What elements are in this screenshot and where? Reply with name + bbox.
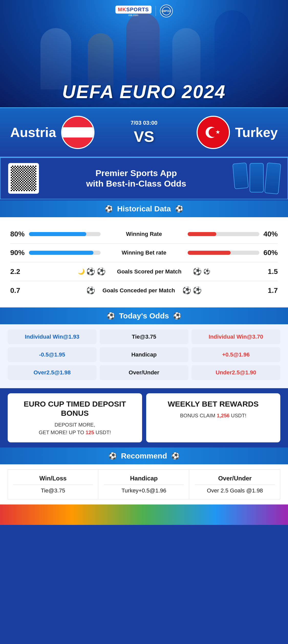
stat-row-winning-bet: 90% Winning Bet rate 60% xyxy=(10,244,278,262)
odds-row-1: Individual Win@1.93 Tie@3.75 Individual … xyxy=(8,329,280,344)
rec-cell-overunder: Over/Under Over 2.5 Goals @1.98 xyxy=(190,470,280,499)
rec-value-overunder: Over 2.5 Goals @1.98 xyxy=(195,487,275,494)
rec-cell-winloss: Win/Loss Tie@3.75 xyxy=(8,470,98,499)
phone-mock-3 xyxy=(264,163,281,194)
stat-row-goals-scored: 2.2 🌙 ⚽ ⚽ Goals Scored per Match ⚽ ⚽ 1.5 xyxy=(10,262,278,281)
stat-left-goals-scored: 2.2 xyxy=(10,268,31,276)
progress-bg-left-wb xyxy=(29,251,101,255)
rec-header-overunder: Over/Under xyxy=(195,475,275,485)
stat-row-winning-rate: 80% Winning Rate 40% xyxy=(10,225,278,244)
stat-left-winning-bet: 90% xyxy=(10,249,29,257)
mk-logo: MKSPORTS xyxy=(115,6,151,14)
team-left: Austria xyxy=(10,116,125,149)
phone-mock-1 xyxy=(232,163,249,189)
conceded-ball-icon-3: ⚽ xyxy=(193,286,202,295)
svg-text:★: ★ xyxy=(215,129,220,135)
stat-label-winning-rate: Winning Rate xyxy=(106,231,183,237)
odds-header: ⚽ Today's Odds ⚽ xyxy=(0,307,288,324)
progress-fill-right-wr xyxy=(188,232,216,236)
promo-title-line1: Premier Sports App xyxy=(95,168,177,178)
austria-flag-stripes xyxy=(62,117,93,148)
stat-right-winning-rate: 40% xyxy=(259,230,278,238)
odds-handicap-label: Handicap xyxy=(100,347,188,362)
svg-text:EMPOLI: EMPOLI xyxy=(162,10,171,13)
qr-code xyxy=(8,163,39,194)
half-ball-icon: ⚽ xyxy=(203,268,210,275)
bottom-banner xyxy=(0,504,288,525)
odds-soccer-icon-right: ⚽ xyxy=(173,312,181,320)
stat-bar-winning-bet: Winning Bet rate xyxy=(29,249,259,256)
match-date: 7/03 03:00 xyxy=(131,120,157,126)
progress-bg-right-wr xyxy=(188,232,259,236)
stat-right-winning-bet: 60% xyxy=(259,249,278,257)
ball-icon-3: ⚽ xyxy=(193,267,202,276)
euro-title: UEFA EURO 2024 xyxy=(62,81,226,102)
player-2 xyxy=(81,18,120,89)
rec-value-winloss: Tie@3.75 xyxy=(13,487,93,494)
match-section: Austria 7/03 03:00 VS ★ xyxy=(0,107,288,157)
odds-tie[interactable]: Tie@3.75 xyxy=(100,329,188,344)
bonus-weekly-desc: BONUS CLAIM 1,256 USDT! xyxy=(151,412,275,419)
app-promo: Premier Sports App with Best-in-Class Od… xyxy=(0,157,288,199)
bonus-deposit-highlight: 125 xyxy=(86,430,94,435)
phone-mock-2 xyxy=(250,163,264,192)
bonus-card-deposit[interactable]: EURO CUP TIMED DEPOSIT BONUS DEPOSIT MOR… xyxy=(8,393,142,442)
promo-title: Premier Sports App with Best-in-Class Od… xyxy=(44,168,228,189)
bonus-weekly-title: WEEKLY BET REWARDS xyxy=(151,399,275,409)
odds-over-under-left[interactable]: Over2.5@1.98 xyxy=(8,365,97,380)
stat-right-goals-scored: 1.5 xyxy=(257,268,278,276)
progress-bg-left-wr xyxy=(29,232,101,236)
team-left-name: Austria xyxy=(10,125,56,140)
stat-label-goals-scored: Goals Scored per Match xyxy=(111,268,188,275)
player-5 xyxy=(207,3,258,89)
odds-individual-win-left[interactable]: Individual Win@1.93 xyxy=(8,329,97,344)
stat-left-winning-rate: 80% xyxy=(10,230,29,238)
odds-soccer-icon-left: ⚽ xyxy=(107,312,115,320)
conceded-ball-icon-2: ⚽ xyxy=(182,286,191,295)
stat-left-goals-conceded: 0.7 xyxy=(10,286,31,295)
conceded-ball-icon-1: ⚽ xyxy=(86,286,95,295)
goals-conceded-icons-right: ⚽ ⚽ xyxy=(182,286,202,295)
promo-text: Premier Sports App with Best-in-Class Od… xyxy=(44,168,228,189)
bonus-section: EURO CUP TIMED DEPOSIT BONUS DEPOSIT MOR… xyxy=(0,388,288,447)
logo-divider xyxy=(156,6,156,16)
historical-title: Historical Data xyxy=(117,204,171,213)
header-banner: MKSPORTS mk.com EMPOLI xyxy=(0,0,288,107)
odds-over-under-right[interactable]: Under2.5@1.90 xyxy=(191,365,280,380)
turkey-flag: ★ xyxy=(197,116,230,149)
odds-section: Individual Win@1.93 Tie@3.75 Individual … xyxy=(0,324,288,388)
recommend-grid: Win/Loss Tie@3.75 Handicap Turkey+0.5@1.… xyxy=(8,469,280,499)
team-right-name: Turkey xyxy=(235,125,278,140)
progress-fill-left-wr xyxy=(29,232,86,236)
rec-soccer-icon-right: ⚽ xyxy=(171,452,179,460)
rec-soccer-icon-left: ⚽ xyxy=(109,452,117,460)
stat-bar-winning-rate: Winning Rate xyxy=(29,231,259,237)
partner-logo: EMPOLI xyxy=(160,5,173,17)
bar-right-winning-rate xyxy=(188,232,259,236)
stat-bar-goals-scored: 🌙 ⚽ ⚽ Goals Scored per Match ⚽ ⚽ xyxy=(31,267,257,276)
bonus-deposit-title: EURO CUP TIMED DEPOSIT BONUS xyxy=(13,399,137,418)
vs-center: 7/03 03:00 VS xyxy=(125,120,163,145)
odds-handicap-right[interactable]: +0.5@1.96 xyxy=(191,347,280,362)
odds-row-2: -0.5@1.95 Handicap +0.5@1.96 xyxy=(8,347,280,362)
historical-section: 80% Winning Rate 40% 90% W xyxy=(0,217,288,307)
rec-value-handicap: Turkey+0.5@1.96 xyxy=(104,487,184,494)
bonus-card-weekly[interactable]: WEEKLY BET REWARDS BONUS CLAIM 1,256 USD… xyxy=(146,393,281,442)
bar-right-winning-bet xyxy=(188,251,259,255)
rec-header-winloss: Win/Loss xyxy=(13,475,93,485)
stat-right-goals-conceded: 1.7 xyxy=(257,286,278,295)
odds-handicap-left[interactable]: -0.5@1.95 xyxy=(8,347,97,362)
austria-flag xyxy=(61,116,94,149)
vs-text: VS xyxy=(131,128,157,145)
bonus-weekly-highlight: 1,256 xyxy=(217,413,230,418)
stat-label-winning-bet: Winning Bet rate xyxy=(106,249,183,256)
bonus-deposit-desc: DEPOSIT MORE, GET MORE! UP TO 125 USDT! xyxy=(13,421,137,436)
progress-bg-right-wb xyxy=(188,251,259,255)
historical-header: ⚽ Historical Data ⚽ xyxy=(0,200,288,217)
progress-fill-left-wb xyxy=(29,251,93,255)
odds-individual-win-right[interactable]: Individual Win@3.70 xyxy=(191,329,280,344)
bar-left-winning-bet xyxy=(29,251,101,255)
team-right: ★ Turkey xyxy=(163,116,278,149)
stat-bar-goals-conceded: ⚽ Goals Conceded per Match ⚽ ⚽ xyxy=(31,286,257,295)
qr-pattern xyxy=(11,166,36,191)
